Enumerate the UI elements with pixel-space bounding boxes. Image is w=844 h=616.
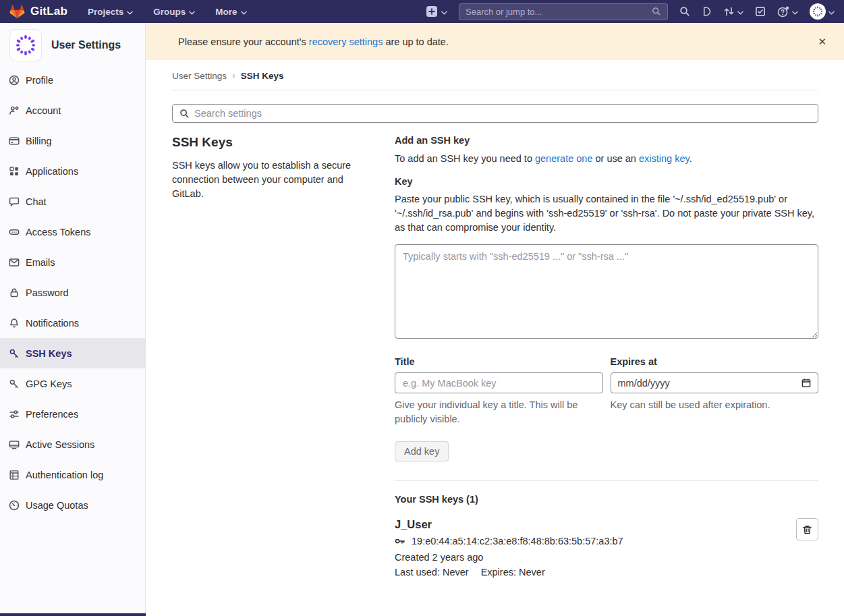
search-icon xyxy=(679,6,690,17)
expires-field-group: Expires at mm/dd/yyyy Key can still be u… xyxy=(611,356,819,426)
add-ssh-key-heading: Add an SSH key xyxy=(395,135,818,146)
sidebar-item-access-tokens[interactable]: Access Tokens xyxy=(0,217,145,247)
sidebar-item-profile[interactable]: Profile xyxy=(0,65,145,95)
sidebar-item-emails[interactable]: Emails xyxy=(0,247,145,277)
date-placeholder: mm/dd/yyyy xyxy=(618,378,670,389)
chevron-down-icon xyxy=(189,7,195,17)
delete-key-button[interactable] xyxy=(796,518,818,540)
sidebar-item-chat[interactable]: Chat xyxy=(0,186,145,217)
sliders-icon xyxy=(9,409,20,420)
gitlab-logo[interactable]: GitLab xyxy=(9,4,67,19)
user-gear-icon xyxy=(9,105,20,116)
add-ssh-key-intro: To add an SSH key you need to generate o… xyxy=(395,152,818,165)
key-label: Key xyxy=(395,176,818,187)
sidebar-item-authentication-log[interactable]: Authentication log xyxy=(0,459,145,490)
ssh-key-expires: Expires: Never xyxy=(481,567,545,578)
expires-help-text: Key can still be used after expiration. xyxy=(611,398,819,412)
chevron-down-icon xyxy=(828,5,835,18)
envelope-icon xyxy=(9,257,20,268)
sidebar-item-billing[interactable]: Billing xyxy=(0,125,145,156)
todos-button[interactable] xyxy=(755,6,766,17)
expires-label: Expires at xyxy=(611,356,819,367)
sidebar-item-notifications[interactable]: Notifications xyxy=(0,308,145,338)
issues-icon xyxy=(702,6,712,17)
title-help-text: Give your individual key a title. This w… xyxy=(395,398,603,426)
user-menu-button[interactable] xyxy=(810,3,835,20)
sidebar-item-ssh-keys[interactable]: SSH Keys xyxy=(0,338,145,368)
ssh-key-fingerprint: 19:e0:44:a5:14:c2:3a:e8:f8:48:8b:63:5b:5… xyxy=(412,536,623,547)
credit-card-icon xyxy=(9,136,20,146)
global-search[interactable] xyxy=(459,3,668,20)
close-icon: ✕ xyxy=(818,36,826,47)
title-input[interactable] xyxy=(395,372,603,393)
nav-more[interactable]: More xyxy=(215,7,246,17)
monitor-icon xyxy=(9,439,20,450)
chevron-down-icon xyxy=(127,7,133,17)
alert-close-button[interactable]: ✕ xyxy=(815,34,829,49)
merge-request-icon xyxy=(723,6,735,17)
existing-key-link[interactable]: existing key xyxy=(639,153,690,164)
sidebar-item-applications[interactable]: Applications xyxy=(0,156,145,186)
trash-icon xyxy=(802,524,812,535)
top-navbar: GitLab Projects Groups More xyxy=(0,0,844,23)
global-search-input[interactable] xyxy=(466,7,652,17)
key-icon xyxy=(9,379,20,389)
alert-text: Please ensure your account's recovery se… xyxy=(178,36,449,47)
search-icon xyxy=(652,7,661,16)
lock-icon xyxy=(9,287,20,298)
ssh-key-created: Created 2 years ago xyxy=(395,552,623,563)
sidebar-item-preferences[interactable]: Preferences xyxy=(0,399,145,429)
user-circle-icon xyxy=(9,75,20,86)
key-textarea[interactable] xyxy=(395,244,818,339)
page-description: SSH keys allow you to establish a secure… xyxy=(172,159,374,201)
settings-search-input[interactable] xyxy=(194,108,811,119)
add-key-button[interactable]: Add key xyxy=(395,441,449,461)
key-help-text: Paste your public SSH key, which is usua… xyxy=(395,192,818,235)
token-pill-icon xyxy=(9,227,20,237)
main-content: Please ensure your account's recovery se… xyxy=(146,23,844,616)
plus-square-icon xyxy=(426,5,438,18)
gauge-icon xyxy=(9,500,20,511)
avatar xyxy=(9,29,42,61)
sidebar-item-password[interactable]: Password xyxy=(0,277,145,308)
ssh-key-list-item: J_User 19:e0:44:a5:14:c2:3a:e8:f8:48:8b:… xyxy=(395,518,818,578)
merge-requests-button[interactable] xyxy=(723,5,743,18)
key-icon xyxy=(395,536,405,547)
chevron-down-icon xyxy=(792,5,798,18)
settings-search[interactable] xyxy=(172,104,818,123)
recovery-settings-link[interactable]: recovery settings xyxy=(309,36,383,47)
breadcrumb-separator-icon: › xyxy=(232,70,235,81)
help-icon xyxy=(777,6,789,18)
recovery-settings-alert: Please ensure your account's recovery se… xyxy=(146,23,844,60)
your-ssh-keys-heading: Your SSH keys (1) xyxy=(395,494,818,505)
nav-projects[interactable]: Projects xyxy=(88,7,133,17)
section-divider xyxy=(395,480,818,481)
issues-button[interactable] xyxy=(702,6,712,17)
page-title: SSH Keys xyxy=(172,135,374,150)
key-icon xyxy=(9,348,20,359)
sidebar-bottom-strip xyxy=(0,613,146,616)
breadcrumb: User Settings › SSH Keys xyxy=(172,70,818,81)
generate-one-link[interactable]: generate one xyxy=(535,153,592,164)
tanuki-icon xyxy=(9,4,25,19)
sidebar-item-gpg-keys[interactable]: GPG Keys xyxy=(0,368,145,399)
ssh-key-last-used: Last used: Never xyxy=(395,567,469,578)
comment-icon xyxy=(9,196,20,207)
sidebar-item-active-sessions[interactable]: Active Sessions xyxy=(0,429,145,459)
log-icon xyxy=(9,470,20,480)
new-menu-button[interactable] xyxy=(426,5,447,18)
title-label: Title xyxy=(395,356,603,367)
sidebar-item-usage-quotas[interactable]: Usage Quotas xyxy=(0,490,145,520)
expires-date-input[interactable]: mm/dd/yyyy xyxy=(611,372,819,393)
chevron-down-icon xyxy=(441,5,447,18)
nav-groups[interactable]: Groups xyxy=(153,7,195,17)
sidebar-item-account[interactable]: Account xyxy=(0,95,145,125)
chevron-down-icon xyxy=(241,7,247,17)
help-menu-button[interactable] xyxy=(777,5,798,18)
breadcrumb-current: SSH Keys xyxy=(241,71,284,81)
bell-icon xyxy=(9,318,20,329)
breadcrumb-user-settings[interactable]: User Settings xyxy=(172,71,227,81)
todos-icon xyxy=(755,6,766,17)
settings-sidebar: User Settings Profile Account Billing Ap… xyxy=(0,23,146,616)
search-button[interactable] xyxy=(679,6,690,17)
